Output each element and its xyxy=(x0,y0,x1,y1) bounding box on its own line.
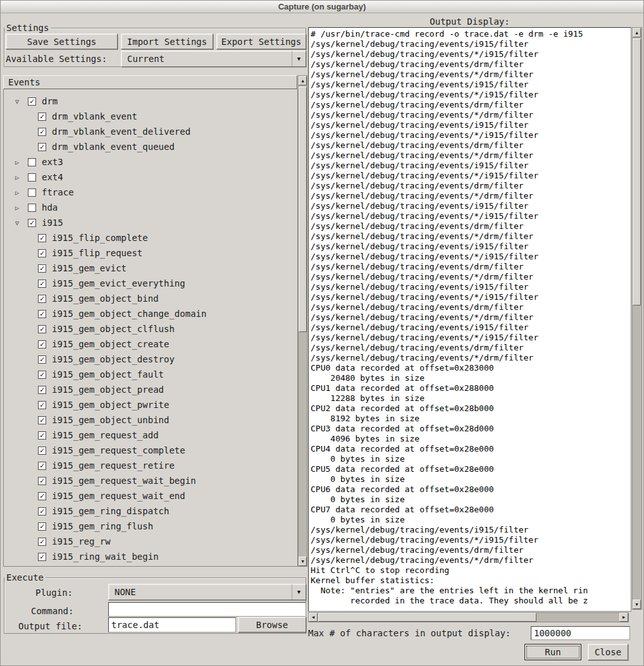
available-settings-combo[interactable]: Current ▼ xyxy=(121,51,306,67)
tree-row-i915_gem_object_change_domain[interactable]: ✓i915_gem_object_change_domain xyxy=(4,306,297,321)
event-checkbox[interactable]: ✓ xyxy=(28,97,36,106)
tree-row-i915_gem_object_unbind[interactable]: ✓i915_gem_object_unbind xyxy=(4,412,297,428)
tree-row-i915_gem_ring_dispatch[interactable]: ✓i915_gem_ring_dispatch xyxy=(4,503,297,519)
tree-row-ftrace[interactable]: ▷ftrace xyxy=(4,185,297,200)
event-checkbox[interactable]: ✓ xyxy=(38,249,46,257)
max-chars-input[interactable] xyxy=(531,626,630,640)
event-checkbox[interactable]: ✓ xyxy=(38,280,46,288)
tree-row-ext3[interactable]: ▷ext3 xyxy=(4,154,297,170)
event-label: ext3 xyxy=(42,157,63,167)
expander-open-icon[interactable]: ▽ xyxy=(13,98,22,105)
tree-row-drm[interactable]: ▽✓drm xyxy=(4,94,297,109)
tree-row-i915_flip_complete[interactable]: ✓i915_flip_complete xyxy=(4,230,297,245)
events-scrollbar-thumb[interactable] xyxy=(299,87,307,332)
tree-row-i915_gem_request_complete[interactable]: ✓i915_gem_request_complete xyxy=(4,443,297,458)
event-checkbox[interactable]: ✓ xyxy=(38,386,46,394)
event-checkbox[interactable]: ✓ xyxy=(38,538,46,546)
event-checkbox[interactable]: ✓ xyxy=(38,447,46,455)
event-checkbox[interactable]: ✓ xyxy=(38,310,46,318)
tree-row-i915[interactable]: ▽✓i915 xyxy=(4,215,297,230)
scroll-left-icon[interactable]: ◀ xyxy=(309,613,318,622)
tree-row-i915_flip_request[interactable]: ✓i915_flip_request xyxy=(4,245,297,261)
run-button[interactable]: Run xyxy=(524,644,581,660)
tree-row-i915_gem_request_wait_begin[interactable]: ✓i915_gem_request_wait_begin xyxy=(4,473,297,488)
output-hscrollbar-thumb[interactable] xyxy=(318,613,536,622)
titlebar[interactable]: Capture (on sugarbay) xyxy=(1,1,643,13)
tree-row-i915_gem_object_clflush[interactable]: ✓i915_gem_object_clflush xyxy=(4,321,297,336)
tree-row-i915_gem_object_fault[interactable]: ✓i915_gem_object_fault xyxy=(4,367,297,382)
event-label: i915 xyxy=(42,218,63,228)
event-checkbox[interactable]: ✓ xyxy=(38,113,46,121)
event-checkbox[interactable]: ✓ xyxy=(28,219,36,227)
tree-row-drm_vblank_event_delivered[interactable]: ✓drm_vblank_event_delivered xyxy=(4,124,297,139)
scroll-up-icon[interactable]: ▲ xyxy=(633,28,641,37)
export-settings-button[interactable]: Export Settings xyxy=(216,34,306,49)
tree-row-i915_gem_request_add[interactable]: ✓i915_gem_request_add xyxy=(4,428,297,443)
output-vscrollbar-thumb[interactable] xyxy=(633,39,641,305)
event-checkbox[interactable]: ✓ xyxy=(38,371,46,379)
expander-closed-icon[interactable]: ▷ xyxy=(13,159,22,166)
event-checkbox[interactable]: ✓ xyxy=(38,128,46,136)
command-label: Command: xyxy=(31,606,73,616)
expander-closed-icon[interactable]: ▷ xyxy=(13,204,22,211)
output-vscrollbar[interactable]: ▲ ▼ xyxy=(632,27,642,610)
event-checkbox[interactable] xyxy=(28,158,36,166)
plugin-combo[interactable]: NONE ▼ xyxy=(108,584,306,600)
event-checkbox[interactable] xyxy=(28,173,36,182)
tree-row-i915_gem_object_destroy[interactable]: ✓i915_gem_object_destroy xyxy=(4,352,297,367)
tree-row-i915_gem_evict[interactable]: ✓i915_gem_evict xyxy=(4,261,297,276)
event-checkbox[interactable]: ✓ xyxy=(38,462,46,470)
event-checkbox[interactable]: ✓ xyxy=(38,325,46,333)
event-checkbox[interactable] xyxy=(28,204,36,212)
tree-row-i915_gem_object_create[interactable]: ✓i915_gem_object_create xyxy=(4,336,297,352)
expander-closed-icon[interactable]: ▷ xyxy=(13,189,22,196)
event-checkbox[interactable]: ✓ xyxy=(38,553,46,561)
tree-row-drm_vblank_event[interactable]: ✓drm_vblank_event xyxy=(4,109,297,124)
event-checkbox[interactable]: ✓ xyxy=(38,401,46,409)
event-checkbox[interactable]: ✓ xyxy=(38,295,46,303)
close-button[interactable]: Close xyxy=(588,644,628,660)
save-settings-button[interactable]: Save Settings xyxy=(6,34,118,49)
tree-row-i915_gem_object_pread[interactable]: ✓i915_gem_object_pread xyxy=(4,382,297,397)
tree-row-i915_reg_rw[interactable]: ✓i915_reg_rw xyxy=(4,534,297,549)
event-checkbox[interactable]: ✓ xyxy=(38,507,46,515)
browse-button[interactable]: Browse xyxy=(238,617,306,632)
scroll-down-icon[interactable]: ▼ xyxy=(299,557,307,566)
tree-row-i915_gem_request_wait_end[interactable]: ✓i915_gem_request_wait_end xyxy=(4,488,297,503)
event-checkbox[interactable]: ✓ xyxy=(38,340,46,348)
events-scrollbar[interactable]: ▲ ▼ xyxy=(298,75,307,567)
tree-row-hda[interactable]: ▷hda xyxy=(4,200,297,215)
event-checkbox[interactable]: ✓ xyxy=(38,522,46,531)
events-header[interactable]: Events xyxy=(3,75,297,89)
event-checkbox[interactable]: ✓ xyxy=(38,477,46,485)
event-checkbox[interactable]: ✓ xyxy=(38,143,46,151)
tree-row-ext4[interactable]: ▷ext4 xyxy=(4,170,297,185)
event-label: i915_gem_object_unbind xyxy=(52,415,169,425)
scroll-down-icon[interactable]: ▼ xyxy=(633,600,641,609)
tree-row-drm_vblank_event_queued[interactable]: ✓drm_vblank_event_queued xyxy=(4,139,297,154)
tree-row-i915_gem_ring_flush[interactable]: ✓i915_gem_ring_flush xyxy=(4,519,297,534)
plugin-label: Plugin: xyxy=(35,588,73,598)
scroll-right-icon[interactable]: ▶ xyxy=(619,613,628,622)
expander-open-icon[interactable]: ▽ xyxy=(13,219,22,226)
event-checkbox[interactable]: ✓ xyxy=(38,355,46,364)
tree-row-i915_gem_request_retire[interactable]: ✓i915_gem_request_retire xyxy=(4,458,297,473)
tree-row-i915_ring_wait_begin[interactable]: ✓i915_ring_wait_begin xyxy=(4,549,297,564)
event-checkbox[interactable]: ✓ xyxy=(38,431,46,440)
event-checkbox[interactable]: ✓ xyxy=(38,416,46,424)
output-display[interactable]: # /usr/bin/trace-cmd record -o trace.dat… xyxy=(308,27,631,612)
tree-row-i915_gem_object_bind[interactable]: ✓i915_gem_object_bind xyxy=(4,291,297,306)
event-checkbox[interactable]: ✓ xyxy=(38,264,46,273)
scroll-up-icon[interactable]: ▲ xyxy=(299,76,307,85)
event-label: i915_gem_evict_everything xyxy=(52,278,185,288)
command-input[interactable] xyxy=(108,602,306,617)
import-settings-button[interactable]: Import Settings xyxy=(121,34,213,49)
expander-closed-icon[interactable]: ▷ xyxy=(13,174,22,181)
event-checkbox[interactable] xyxy=(28,188,36,197)
event-checkbox[interactable]: ✓ xyxy=(38,234,46,242)
event-checkbox[interactable]: ✓ xyxy=(38,492,46,500)
tree-row-i915_gem_evict_everything[interactable]: ✓i915_gem_evict_everything xyxy=(4,276,297,291)
output-file-input[interactable] xyxy=(108,617,236,632)
output-hscrollbar[interactable]: ◀ ▶ xyxy=(308,612,629,622)
tree-row-i915_gem_object_pwrite[interactable]: ✓i915_gem_object_pwrite xyxy=(4,397,297,412)
